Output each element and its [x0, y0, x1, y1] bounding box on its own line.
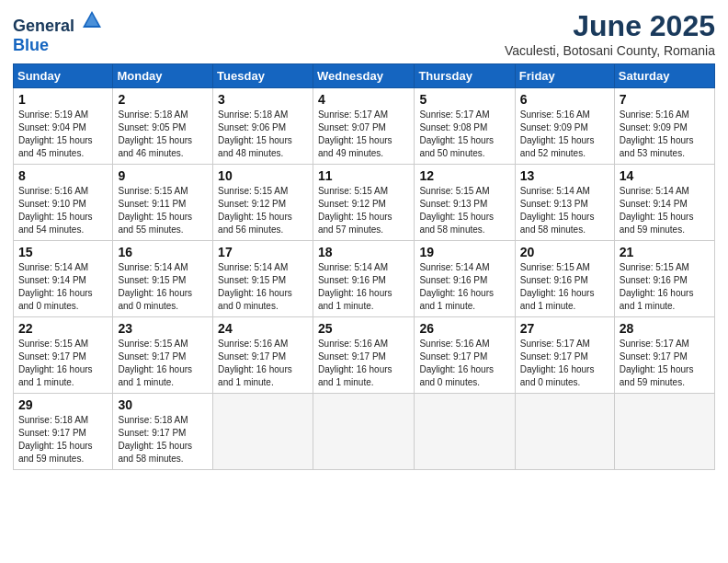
- calendar-cell: 10Sunrise: 5:15 AM Sunset: 9:12 PM Dayli…: [213, 165, 313, 241]
- day-info: Sunrise: 5:18 AM Sunset: 9:17 PM Dayligh…: [18, 414, 108, 465]
- calendar-week-row: 29Sunrise: 5:18 AM Sunset: 9:17 PM Dayli…: [14, 394, 715, 470]
- day-info: Sunrise: 5:15 AM Sunset: 9:12 PM Dayligh…: [218, 185, 308, 236]
- calendar-cell: 28Sunrise: 5:17 AM Sunset: 9:17 PM Dayli…: [614, 317, 714, 394]
- calendar-cell: 19Sunrise: 5:14 AM Sunset: 9:16 PM Dayli…: [415, 241, 515, 317]
- day-info: Sunrise: 5:17 AM Sunset: 9:07 PM Dayligh…: [318, 109, 409, 160]
- day-info: Sunrise: 5:16 AM Sunset: 9:09 PM Dayligh…: [620, 109, 710, 160]
- calendar-cell: 4Sunrise: 5:17 AM Sunset: 9:07 PM Daylig…: [313, 88, 414, 165]
- calendar-cell: [515, 394, 614, 470]
- calendar-cell: 17Sunrise: 5:14 AM Sunset: 9:15 PM Dayli…: [213, 241, 313, 317]
- day-info: Sunrise: 5:15 AM Sunset: 9:17 PM Dayligh…: [118, 338, 208, 389]
- calendar-cell: 14Sunrise: 5:14 AM Sunset: 9:14 PM Dayli…: [614, 165, 714, 241]
- day-info: Sunrise: 5:17 AM Sunset: 9:08 PM Dayligh…: [419, 109, 509, 160]
- calendar-col-sunday: Sunday: [14, 64, 113, 88]
- day-info: Sunrise: 5:15 AM Sunset: 9:16 PM Dayligh…: [520, 261, 609, 313]
- calendar-col-thursday: Thursday: [415, 64, 515, 88]
- calendar-cell: 8Sunrise: 5:16 AM Sunset: 9:10 PM Daylig…: [14, 165, 113, 241]
- calendar-cell: 16Sunrise: 5:14 AM Sunset: 9:15 PM Dayli…: [113, 241, 213, 317]
- calendar-col-friday: Friday: [515, 64, 614, 88]
- day-info: Sunrise: 5:14 AM Sunset: 9:15 PM Dayligh…: [218, 261, 308, 313]
- day-number: 19: [419, 245, 509, 259]
- calendar-cell: 22Sunrise: 5:15 AM Sunset: 9:17 PM Dayli…: [14, 317, 113, 394]
- calendar-week-row: 1Sunrise: 5:19 AM Sunset: 9:04 PM Daylig…: [14, 88, 715, 165]
- calendar-cell: [415, 394, 515, 470]
- day-number: 13: [520, 168, 609, 183]
- day-info: Sunrise: 5:15 AM Sunset: 9:13 PM Dayligh…: [419, 185, 509, 236]
- day-info: Sunrise: 5:18 AM Sunset: 9:05 PM Dayligh…: [118, 109, 208, 160]
- day-number: 23: [118, 321, 208, 336]
- calendar-col-monday: Monday: [113, 64, 213, 88]
- calendar-col-saturday: Saturday: [614, 64, 714, 88]
- calendar-cell: 18Sunrise: 5:14 AM Sunset: 9:16 PM Dayli…: [313, 241, 414, 317]
- day-info: Sunrise: 5:14 AM Sunset: 9:15 PM Dayligh…: [118, 261, 208, 313]
- day-number: 27: [520, 321, 609, 336]
- calendar-cell: [614, 394, 714, 470]
- day-info: Sunrise: 5:16 AM Sunset: 9:17 PM Dayligh…: [419, 338, 509, 389]
- calendar-cell: 6Sunrise: 5:16 AM Sunset: 9:09 PM Daylig…: [515, 88, 614, 165]
- day-number: 12: [419, 168, 509, 183]
- calendar-cell: 27Sunrise: 5:17 AM Sunset: 9:17 PM Dayli…: [515, 317, 614, 394]
- day-number: 25: [318, 321, 409, 336]
- day-info: Sunrise: 5:14 AM Sunset: 9:13 PM Dayligh…: [520, 185, 609, 236]
- logo-blue: Blue: [13, 36, 49, 54]
- calendar-col-wednesday: Wednesday: [313, 64, 414, 88]
- calendar-cell: [313, 394, 414, 470]
- day-info: Sunrise: 5:14 AM Sunset: 9:14 PM Dayligh…: [18, 261, 108, 313]
- day-number: 5: [419, 92, 509, 107]
- day-info: Sunrise: 5:18 AM Sunset: 9:06 PM Dayligh…: [218, 109, 308, 160]
- calendar-cell: 9Sunrise: 5:15 AM Sunset: 9:11 PM Daylig…: [113, 165, 213, 241]
- day-number: 20: [520, 245, 609, 259]
- day-number: 9: [118, 168, 208, 183]
- logo-text: General Blue: [13, 9, 103, 55]
- calendar-cell: 13Sunrise: 5:14 AM Sunset: 9:13 PM Dayli…: [515, 165, 614, 241]
- day-info: Sunrise: 5:19 AM Sunset: 9:04 PM Dayligh…: [18, 109, 108, 160]
- day-number: 24: [218, 321, 308, 336]
- calendar-cell: 23Sunrise: 5:15 AM Sunset: 9:17 PM Dayli…: [113, 317, 213, 394]
- header: General Blue June 2025 Vaculesti, Botosa…: [13, 9, 715, 58]
- day-info: Sunrise: 5:17 AM Sunset: 9:17 PM Dayligh…: [520, 338, 609, 389]
- calendar-cell: 20Sunrise: 5:15 AM Sunset: 9:16 PM Dayli…: [515, 241, 614, 317]
- calendar-week-row: 8Sunrise: 5:16 AM Sunset: 9:10 PM Daylig…: [14, 165, 715, 241]
- day-number: 28: [620, 321, 710, 336]
- day-info: Sunrise: 5:15 AM Sunset: 9:11 PM Dayligh…: [118, 185, 208, 236]
- calendar-cell: 21Sunrise: 5:15 AM Sunset: 9:16 PM Dayli…: [614, 241, 714, 317]
- day-number: 11: [318, 168, 409, 183]
- calendar-cell: 25Sunrise: 5:16 AM Sunset: 9:17 PM Dayli…: [313, 317, 414, 394]
- day-info: Sunrise: 5:16 AM Sunset: 9:17 PM Dayligh…: [218, 338, 308, 389]
- logo-general: General: [13, 17, 74, 35]
- calendar-cell: 15Sunrise: 5:14 AM Sunset: 9:14 PM Dayli…: [14, 241, 113, 317]
- day-number: 29: [18, 397, 108, 412]
- day-number: 16: [118, 245, 208, 259]
- day-number: 7: [620, 92, 710, 107]
- day-info: Sunrise: 5:15 AM Sunset: 9:17 PM Dayligh…: [18, 338, 108, 389]
- calendar-cell: 5Sunrise: 5:17 AM Sunset: 9:08 PM Daylig…: [415, 88, 515, 165]
- day-number: 8: [18, 168, 108, 183]
- day-info: Sunrise: 5:16 AM Sunset: 9:10 PM Dayligh…: [18, 185, 108, 236]
- month-title: June 2025: [505, 9, 715, 43]
- calendar-cell: 11Sunrise: 5:15 AM Sunset: 9:12 PM Dayli…: [313, 165, 414, 241]
- day-number: 4: [318, 92, 409, 107]
- calendar-week-row: 22Sunrise: 5:15 AM Sunset: 9:17 PM Dayli…: [14, 317, 715, 394]
- logo: General Blue: [13, 9, 103, 55]
- day-number: 6: [520, 92, 609, 107]
- calendar-cell: 12Sunrise: 5:15 AM Sunset: 9:13 PM Dayli…: [415, 165, 515, 241]
- day-info: Sunrise: 5:14 AM Sunset: 9:16 PM Dayligh…: [419, 261, 509, 313]
- calendar-cell: 3Sunrise: 5:18 AM Sunset: 9:06 PM Daylig…: [213, 88, 313, 165]
- calendar-cell: 30Sunrise: 5:18 AM Sunset: 9:17 PM Dayli…: [113, 394, 213, 470]
- day-number: 18: [318, 245, 409, 259]
- calendar-cell: 1Sunrise: 5:19 AM Sunset: 9:04 PM Daylig…: [14, 88, 113, 165]
- logo-icon: [81, 9, 103, 31]
- day-info: Sunrise: 5:16 AM Sunset: 9:17 PM Dayligh…: [318, 338, 409, 389]
- calendar-cell: [213, 394, 313, 470]
- day-info: Sunrise: 5:18 AM Sunset: 9:17 PM Dayligh…: [118, 414, 208, 465]
- calendar-col-tuesday: Tuesday: [213, 64, 313, 88]
- day-info: Sunrise: 5:15 AM Sunset: 9:12 PM Dayligh…: [318, 185, 409, 236]
- calendar-table: SundayMondayTuesdayWednesdayThursdayFrid…: [13, 63, 715, 470]
- day-number: 15: [18, 245, 108, 259]
- day-number: 14: [620, 168, 710, 183]
- day-info: Sunrise: 5:14 AM Sunset: 9:16 PM Dayligh…: [318, 261, 409, 313]
- calendar-cell: 2Sunrise: 5:18 AM Sunset: 9:05 PM Daylig…: [113, 88, 213, 165]
- day-info: Sunrise: 5:17 AM Sunset: 9:17 PM Dayligh…: [620, 338, 710, 389]
- day-info: Sunrise: 5:14 AM Sunset: 9:14 PM Dayligh…: [620, 185, 710, 236]
- day-number: 17: [218, 245, 308, 259]
